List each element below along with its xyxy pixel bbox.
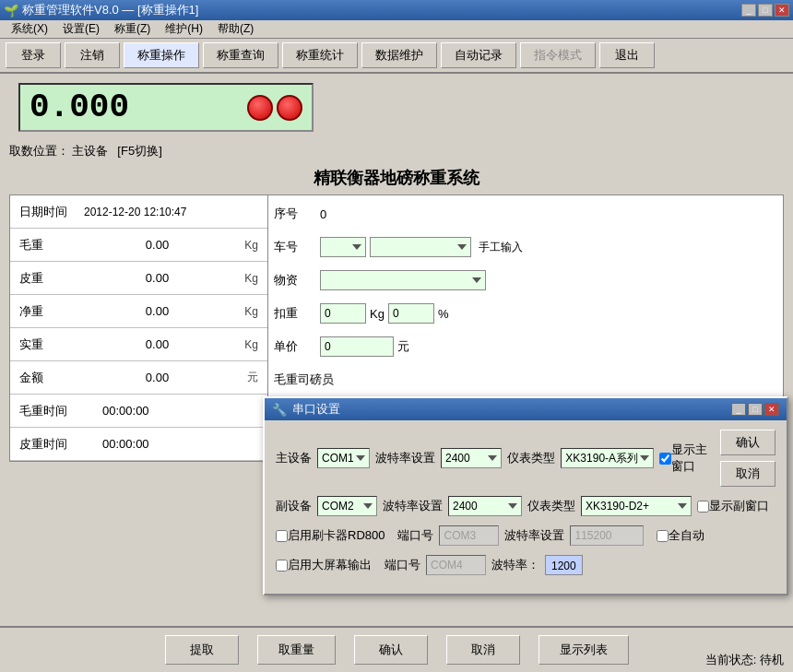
menu-system[interactable]: 系统(X) xyxy=(4,19,55,39)
big-screen-checkbox-label: 启用大屏幕输出 xyxy=(276,557,372,573)
light-red-2 xyxy=(277,95,302,121)
label-net: 净重 xyxy=(19,303,84,320)
value-gross-time: 00:00:00 xyxy=(84,404,258,418)
master-device-row: 主设备 COM1COM2COM3COM4 波特率设置 240048009600 … xyxy=(276,430,775,487)
auto-checkbox[interactable] xyxy=(657,530,669,542)
value-tare-time: 00:00:00 xyxy=(84,437,258,451)
label-tare-time: 皮重时间 xyxy=(19,436,84,453)
field-net: 净重 0.00 Kg xyxy=(10,295,267,328)
label-driver: 毛重司磅员 xyxy=(274,371,334,388)
window-controls: _ □ ✕ xyxy=(741,4,789,17)
label-amount: 金额 xyxy=(19,370,84,386)
btn-fetch[interactable]: 提取 xyxy=(165,635,239,665)
show-main-checkbox-label: 显示主窗口 xyxy=(659,442,715,475)
serial-port-dialog: 🔧 串口设置 _ □ ✕ 主设备 COM1COM2COM3COM4 波特率设置 … xyxy=(263,396,788,595)
btn-weigh-query[interactable]: 称重查询 xyxy=(203,42,278,68)
data-source-value: 主设备 xyxy=(72,144,108,158)
btn-cancel[interactable]: 取消 xyxy=(446,635,520,665)
btn-cmd-mode[interactable]: 指令模式 xyxy=(520,42,596,68)
btn-confirm[interactable]: 确认 xyxy=(354,635,428,665)
card-reader-checkbox[interactable] xyxy=(276,530,288,542)
menu-bar: 系统(X) 设置(E) 称重(Z) 维护(H) 帮助(Z) xyxy=(0,20,793,39)
status-bar: 当前状态: 待机 xyxy=(705,652,784,668)
dialog-confirm-btn[interactable]: 确认 xyxy=(720,430,775,455)
value-seq: 0 xyxy=(320,207,326,221)
dialog-content: 主设备 COM1COM2COM3COM4 波特率设置 240048009600 … xyxy=(265,420,787,594)
btn-exit[interactable]: 退出 xyxy=(599,42,655,68)
car-manual-label: 手工输入 xyxy=(479,240,523,255)
btn-show-list[interactable]: 显示列表 xyxy=(539,635,629,665)
show-slave-checkbox-label: 显示副窗口 xyxy=(697,498,769,514)
row-driver: 毛重司磅员 xyxy=(274,367,777,393)
minimize-btn[interactable]: _ xyxy=(741,4,756,17)
system-title: 精联衡器地磅称重系统 xyxy=(9,161,784,195)
maximize-btn[interactable]: □ xyxy=(758,4,773,17)
menu-weigh[interactable]: 称重(Z) xyxy=(107,19,158,39)
deduction-input-2[interactable] xyxy=(388,303,434,324)
card-port-select[interactable]: COM3COM1COM2COM4 xyxy=(439,525,499,546)
big-screen-checkbox[interactable] xyxy=(276,560,288,572)
dialog-close-btn[interactable]: ✕ xyxy=(764,403,779,416)
unit-actual: Kg xyxy=(231,338,258,351)
unit-amount: 元 xyxy=(231,370,258,385)
slave-device-row: 副设备 COM2COM1COM3COM4 波特率设置 240048009600 … xyxy=(276,496,775,516)
dialog-minimize-btn[interactable]: _ xyxy=(731,403,746,416)
unit-price-input[interactable] xyxy=(320,336,394,357)
card-baud-select[interactable]: 115200960019200 xyxy=(570,525,644,546)
unit-price-unit: 元 xyxy=(397,338,409,355)
bottom-bar: 提取 取重量 确认 取消 显示列表 xyxy=(0,626,793,672)
btn-data-maintain[interactable]: 数据维护 xyxy=(361,42,437,68)
field-actual: 实重 0.00 Kg xyxy=(10,328,267,361)
big-screen-port-select[interactable]: COM4COM1COM2COM3 xyxy=(426,555,486,575)
label-unit-price: 单价 xyxy=(274,338,320,355)
btn-auto-record[interactable]: 自动记录 xyxy=(441,42,516,68)
data-source-shortcut[interactable]: [F5切换] xyxy=(117,144,161,158)
weight-display: 0.000 xyxy=(18,83,314,132)
row-seq: 序号 0 xyxy=(274,201,777,227)
unit-gross: Kg xyxy=(231,239,258,252)
dialog-maximize-btn[interactable]: □ xyxy=(748,403,763,416)
label-car: 车号 xyxy=(274,239,320,255)
card-port-label: 端口号 xyxy=(397,527,433,544)
dialog-title-text: 串口设置 xyxy=(292,401,731,418)
btn-weigh-stat[interactable]: 称重统计 xyxy=(282,42,358,68)
menu-settings[interactable]: 设置(E) xyxy=(55,19,107,39)
row-car: 车号 手工输入 xyxy=(274,234,777,260)
btn-login[interactable]: 登录 xyxy=(6,42,61,68)
car-select-1[interactable] xyxy=(320,237,366,257)
btn-get-weight[interactable]: 取重量 xyxy=(257,635,336,665)
label-actual: 实重 xyxy=(19,336,84,353)
label-material: 物资 xyxy=(274,272,320,289)
status-text: 当前状态: 待机 xyxy=(705,653,784,666)
unit-tare: Kg xyxy=(231,272,258,285)
menu-help[interactable]: 帮助(Z) xyxy=(210,19,261,39)
window-title: 称重管理软件V8.0 — [称重操作1] xyxy=(22,2,741,18)
big-screen-port-label: 端口号 xyxy=(385,557,420,573)
show-slave-checkbox[interactable] xyxy=(697,501,709,513)
label-gross: 毛重 xyxy=(19,237,84,253)
show-slave-label: 显示副窗口 xyxy=(709,498,769,514)
material-select[interactable] xyxy=(320,270,486,290)
card-baud-label: 波特率设置 xyxy=(504,527,564,544)
btn-logout[interactable]: 注销 xyxy=(65,42,120,68)
car-select-2[interactable] xyxy=(370,237,471,257)
value-tare: 0.00 xyxy=(84,271,231,285)
slave-port-select[interactable]: COM2COM1COM3COM4 xyxy=(317,496,377,516)
slave-type-select[interactable]: XK3190-D2+XK3190-A系列 xyxy=(581,496,692,516)
deduction-unit-1: Kg xyxy=(370,307,385,321)
btn-weigh-op[interactable]: 称重操作 xyxy=(124,42,199,68)
slave-baud-select[interactable]: 240048009600 xyxy=(448,496,522,516)
master-type-select[interactable]: XK3190-A系列XK3190-D2+ xyxy=(561,448,654,468)
slave-type-label: 仪表类型 xyxy=(527,498,575,514)
traffic-lights xyxy=(247,95,302,121)
master-device-label: 主设备 xyxy=(276,450,312,466)
deduction-input-1[interactable] xyxy=(320,303,366,324)
menu-maintain[interactable]: 维护(H) xyxy=(158,19,210,39)
close-btn[interactable]: ✕ xyxy=(775,4,789,17)
dialog-cancel-btn[interactable]: 取消 xyxy=(720,461,775,487)
show-main-checkbox[interactable] xyxy=(659,453,671,465)
auto-label: 全自动 xyxy=(669,527,704,544)
toolbar: 登录 注销 称重操作 称重查询 称重统计 数据维护 自动记录 指令模式 退出 xyxy=(0,39,793,74)
master-port-select[interactable]: COM1COM2COM3COM4 xyxy=(317,448,370,468)
master-baud-select[interactable]: 240048009600 xyxy=(441,448,502,468)
